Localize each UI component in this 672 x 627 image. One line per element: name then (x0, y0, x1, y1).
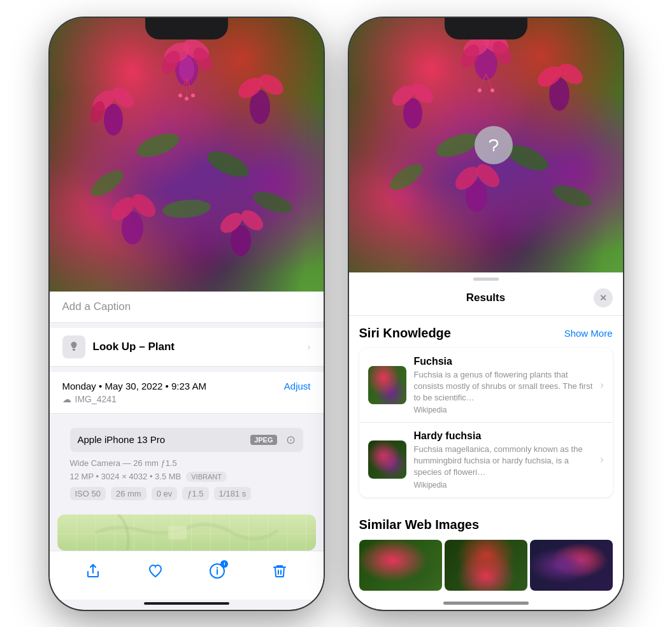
map-thumbnail[interactable] (57, 514, 316, 551)
similar-image-3[interactable] (530, 540, 613, 591)
svg-point-32 (217, 567, 218, 568)
lookup-row[interactable]: Look Up – Plant › (50, 328, 324, 367)
lookup-chevron: › (308, 342, 311, 352)
svg-point-7 (89, 86, 118, 114)
fuchsia-thumbnail (368, 366, 406, 404)
show-more-button[interactable]: Show More (564, 328, 613, 339)
right-screen: Results ✕ Siri Knowledge Show More (349, 18, 623, 610)
exif-row: ISO 50 26 mm 0 ev ƒ1.5 1/181 s (70, 487, 303, 500)
svg-point-49 (451, 162, 482, 194)
knowledge-item-fuchsia[interactable]: Fuchsia Fuchsia is a genus of flowering … (359, 348, 613, 423)
left-phone: Add a Caption Look Up – Plant › Monday •… (50, 18, 324, 610)
lookup-label: Look Up – Plant (93, 341, 175, 353)
date-info: Monday • May 30, 2022 • 9:23 AM (62, 381, 206, 391)
close-button[interactable]: ✕ (594, 288, 613, 307)
svg-line-21 (187, 78, 193, 94)
svg-point-8 (108, 83, 137, 111)
svg-point-11 (234, 73, 266, 102)
svg-point-40 (478, 88, 482, 92)
filename: IMG_4241 (75, 394, 117, 404)
svg-point-9 (87, 99, 107, 125)
svg-point-55 (492, 149, 494, 151)
svg-point-18 (237, 206, 266, 234)
right-phone: Results ✕ Siri Knowledge Show More (349, 18, 623, 610)
siri-knowledge-section: Siri Knowledge Show More Fuchsia Fuchsia… (349, 316, 623, 507)
notch-right (445, 18, 527, 39)
hardy-desc: Fuchsia magellanica, commonly known as t… (414, 444, 596, 479)
filename-row: ☁ IMG_4241 (62, 394, 311, 404)
svg-point-50 (472, 160, 503, 191)
siri-button[interactable] (475, 126, 513, 164)
info-button[interactable]: i (208, 561, 227, 581)
caption-area[interactable]: Add a Caption (50, 292, 324, 323)
svg-point-13 (122, 211, 143, 244)
info-badge: i (220, 560, 228, 568)
toolbar: i (50, 551, 324, 600)
similar-image-2[interactable] (445, 540, 527, 591)
hardy-thumb-bg (368, 440, 406, 479)
svg-point-46 (388, 81, 417, 109)
home-indicator-right (443, 602, 529, 605)
svg-line-19 (180, 78, 187, 94)
svg-point-14 (107, 193, 138, 224)
fuchsia-text: Fuchsia Fuchsia is a genus of flowering … (414, 356, 596, 415)
svg-rect-30 (168, 525, 187, 539)
wide-camera-info: Wide Camera — 26 mm ƒ1.5 (70, 458, 303, 468)
svg-point-27 (86, 166, 127, 201)
svg-point-28 (250, 187, 294, 216)
svg-point-5 (189, 44, 215, 74)
camera-section: Apple iPhone 13 Pro JPEG ⊙ Wide Camera —… (57, 419, 316, 509)
vibrant-badge: VIBRANT (186, 472, 227, 482)
share-button[interactable] (83, 561, 103, 581)
camera-model-row: Apple iPhone 13 Pro JPEG ⊙ (70, 428, 303, 452)
knowledge-card: Fuchsia Fuchsia is a genus of flowering … (359, 348, 613, 497)
aperture-value: ƒ1.5 (182, 487, 208, 500)
svg-point-1 (179, 56, 194, 81)
results-sheet: Results ✕ Siri Knowledge Show More (349, 272, 623, 599)
siri-knowledge-title: Siri Knowledge (359, 326, 451, 341)
svg-point-48 (466, 180, 487, 212)
svg-point-29 (161, 197, 211, 220)
svg-point-0 (175, 51, 198, 87)
similar-section: Similar Web Images (349, 507, 623, 596)
svg-point-45 (403, 98, 422, 129)
resolution-row: 12 MP • 3024 × 4032 • 3.5 MB VIBRANT (70, 472, 303, 482)
svg-line-39 (486, 74, 492, 89)
svg-point-37 (489, 38, 515, 67)
svg-line-38 (480, 74, 486, 89)
similar-header: Similar Web Images (359, 518, 613, 532)
caption-placeholder: Add a Caption (62, 300, 131, 313)
ev-value: 0 ev (152, 487, 178, 500)
svg-point-16 (231, 225, 251, 256)
svg-point-2 (160, 38, 193, 67)
fuchsia-name: Fuchsia (414, 356, 596, 367)
home-indicator (144, 602, 229, 605)
similar-title: Similar Web Images (359, 518, 480, 532)
svg-point-44 (555, 59, 586, 88)
svg-point-25 (133, 128, 182, 161)
trash-button[interactable] (270, 561, 289, 581)
info-section: Monday • May 30, 2022 • 9:23 AM Adjust ☁… (50, 372, 324, 414)
svg-point-47 (407, 78, 436, 106)
adjust-button[interactable]: Adjust (284, 381, 311, 391)
svg-point-4 (157, 47, 183, 77)
resolution-info: 12 MP • 3024 × 4032 • 3.5 MB (70, 472, 182, 481)
svg-point-43 (534, 62, 565, 90)
svg-point-33 (475, 45, 497, 80)
svg-point-22 (178, 94, 182, 97)
svg-point-23 (185, 97, 189, 101)
svg-point-10 (250, 90, 270, 124)
iso-value: ISO 50 (70, 487, 106, 500)
svg-point-15 (128, 190, 159, 221)
results-title: Results (378, 292, 594, 304)
hardy-chevron: › (600, 454, 603, 465)
svg-point-6 (104, 104, 123, 136)
camera-gear-icon: ⊙ (286, 433, 296, 447)
jpeg-badge: JPEG (250, 435, 276, 445)
similar-image-1[interactable] (359, 540, 442, 591)
fuchsia-chevron: › (600, 379, 603, 391)
knowledge-item-hardy[interactable]: Hardy fuchsia Fuchsia magellanica, commo… (359, 423, 613, 497)
heart-button[interactable] (146, 561, 165, 581)
svg-point-41 (490, 88, 494, 92)
flower-photo (50, 18, 324, 292)
